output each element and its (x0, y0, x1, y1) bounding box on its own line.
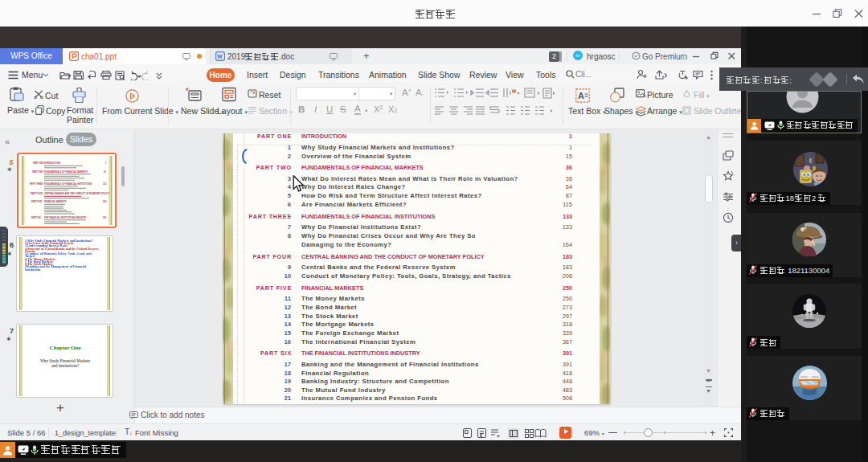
svg-text:FUNDAMENTALS OF FINANCIAL INST: FUNDAMENTALS OF FINANCIAL INSTITUTIONS (44, 182, 92, 186)
svg-text:PART THREE: PART THREE (30, 182, 43, 186)
svg-text:PART TWO: PART TWO (32, 170, 43, 174)
svg-text:PART ONE: PART ONE (33, 161, 43, 165)
svg-text:133: 133 (103, 182, 107, 186)
svg-text:A: A (578, 91, 584, 100)
svg-text:INTRODUCTION: INTRODUCTION (44, 161, 60, 165)
svg-text:391: 391 (103, 216, 107, 219)
svg-text:PART FIVE: PART FIVE (31, 200, 43, 203)
svg-text:FINANCIAL MARKETS: FINANCIAL MARKETS (44, 200, 67, 203)
svg-text:PART FOUR: PART FOUR (31, 192, 43, 195)
svg-text:CENTRAL BANKING AND THE CONDUC: CENTRAL BANKING AND THE CONDUCT OF MONET… (44, 192, 109, 195)
svg-text:PART SIX: PART SIX (31, 216, 41, 219)
svg-text:FUNDAMENTALS OF FINANCIAL MARK: FUNDAMENTALS OF FINANCIAL MARKETS (44, 170, 88, 174)
svg-text:THE FINANCIAL INSTITUTIONS IND: THE FINANCIAL INSTITUTIONS INDUSTRY (44, 216, 87, 219)
svg-text:250: 250 (103, 200, 107, 203)
